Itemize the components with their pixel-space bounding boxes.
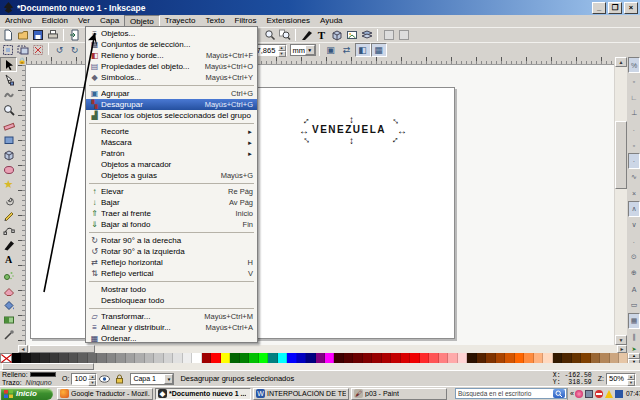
tool-rectangle[interactable] [0, 132, 17, 147]
snap-enable-button[interactable]: % [628, 57, 640, 73]
snap-smooth-nodes-button[interactable]: ∨ [628, 217, 640, 233]
palette-swatch[interactable] [154, 353, 163, 363]
menu-item-relleno-y-borde[interactable]: ◧Relleno y borde...Mayús+Ctrl+F [86, 50, 257, 61]
menu-item-objetos-a-gu-as[interactable]: Objetos a guíasMayús+G [86, 170, 257, 181]
select-all-button[interactable] [0, 43, 15, 57]
snap-bbox-midpoints-button[interactable]: ∙ [628, 121, 640, 137]
palette-swatch[interactable] [240, 353, 249, 363]
restore-button[interactable]: ❐ [608, 2, 622, 14]
palette-swatch[interactable] [534, 353, 543, 363]
menu-item-reflejo-horizontal[interactable]: ⇄Reflejo horizontalH [86, 257, 257, 268]
zoom-selection-button[interactable] [262, 28, 277, 42]
unit-dropdown[interactable]: mm▼ [290, 44, 316, 56]
palette-swatch[interactable] [221, 353, 230, 363]
menu-item-bajar-al-fondo[interactable]: ⇓Bajar al fondoFin [86, 219, 257, 230]
select-all-layers-button[interactable] [15, 43, 30, 57]
palette-swatch[interactable] [581, 353, 590, 363]
deselect-button[interactable] [30, 43, 45, 57]
desktop-search-box[interactable]: Búsqueda en el escritorio [455, 388, 567, 399]
tool-star[interactable]: ★ [0, 177, 17, 192]
palette-swatch[interactable] [278, 353, 287, 363]
menu-item-desbloquear-todo[interactable]: Desbloquear todo [86, 295, 257, 306]
palette-swatch[interactable] [496, 353, 505, 363]
snap-object-centers-button[interactable]: ⊙ [628, 249, 640, 265]
calligraphy-pen-button[interactable] [299, 28, 314, 42]
snap-bbox-button[interactable]: ▫ [628, 73, 640, 89]
menu-item-bajar[interactable]: ↓BajarAv Pág [86, 197, 257, 208]
height-input[interactable]: 7,865▲▼ [254, 44, 287, 56]
palette-swatch[interactable] [391, 353, 400, 363]
palette-swatch[interactable] [562, 353, 571, 363]
menu-item-conjuntos-de-selecci-n[interactable]: ▦Conjuntos de selección... [86, 39, 257, 50]
palette-swatch[interactable] [268, 353, 277, 363]
snap-cusp-nodes-button[interactable]: ∧ [628, 201, 640, 217]
tool-measure[interactable] [0, 117, 17, 132]
palette-swatch[interactable] [401, 353, 410, 363]
palette-swatch[interactable] [543, 353, 552, 363]
snap-midpoints-button[interactable]: ∙ [628, 233, 640, 249]
snap-paths-button[interactable]: ∿ [628, 169, 640, 185]
vertical-ruler[interactable] [18, 65, 26, 346]
palette-swatch[interactable] [249, 353, 258, 363]
snap-intersections-button[interactable]: × [628, 185, 640, 201]
palette-swatch[interactable] [78, 353, 87, 363]
tool-calligraphy[interactable] [0, 237, 17, 252]
menu-item-rotar-90-a-la-izquierda[interactable]: ↺Rotar 90° a la izquierda [86, 246, 257, 257]
palette-swatch[interactable] [344, 353, 353, 363]
tool-text[interactable]: A [0, 252, 17, 267]
menu-item-transformar[interactable]: ▱Transformar...Mayús+Ctrl+M [86, 311, 257, 322]
import-button[interactable] [67, 28, 82, 42]
menu-item-mostrar-todo[interactable]: Mostrar todo [86, 284, 257, 295]
palette-swatch[interactable] [59, 353, 68, 363]
palette-swatch[interactable] [505, 353, 514, 363]
menu-item-agrupar[interactable]: ▣AgruparCtrl+G [86, 88, 257, 99]
selected-text-object[interactable]: VENEZUELA [312, 124, 386, 135]
menubar-item-extensiones[interactable]: Extensiones [261, 15, 315, 27]
tool-pencil[interactable] [0, 207, 17, 222]
save-button[interactable] [30, 28, 45, 42]
fill-color-swatch[interactable] [30, 372, 56, 377]
menu-item-ordenar[interactable]: ▦Ordenar... [86, 333, 257, 344]
palette-swatch[interactable] [420, 353, 429, 363]
menubar-item-edición[interactable]: Edición [37, 15, 73, 27]
menu-item-patr-n[interactable]: Patrón► [86, 148, 257, 159]
menu-item-rotar-90-a-la-derecha[interactable]: ↻Rotar 90° a la derecha [86, 235, 257, 246]
menu-item-m-scara[interactable]: Máscara► [86, 137, 257, 148]
rotate-cw-btn-button[interactable]: ↻ [67, 43, 82, 57]
zoom-input[interactable]: 50%▲▼ [606, 373, 636, 385]
palette-swatch[interactable] [135, 353, 144, 363]
palette-swatch[interactable] [439, 353, 448, 363]
minimize-button[interactable]: _ [592, 2, 606, 14]
zoom-drawing-button[interactable] [277, 28, 292, 42]
snap-bbox-corners-button[interactable]: ⊥ [628, 105, 640, 121]
warning-tray-icon[interactable] [604, 390, 614, 398]
snap-bbox-edges-button[interactable]: ∟ [628, 89, 640, 105]
palette-swatch[interactable] [467, 353, 476, 363]
palette-swatch[interactable] [97, 353, 106, 363]
new-document-button[interactable] [0, 28, 15, 42]
snap-page-border-button[interactable]: ▭ [628, 297, 640, 313]
palette-swatch[interactable] [230, 353, 239, 363]
taskbar-button--documento-nuevo-1-[interactable]: ◆*Documento nuevo 1 ... [155, 388, 251, 400]
palette-swatch[interactable] [31, 353, 40, 363]
palette-swatch[interactable] [486, 353, 495, 363]
menubar-item-archivo[interactable]: Archivo [0, 15, 37, 27]
palette-swatch[interactable] [12, 353, 21, 363]
tool-gradient[interactable] [0, 312, 17, 327]
palette-swatch[interactable] [553, 353, 562, 363]
horizontal-scrollbar[interactable]: ◄ ► [18, 345, 627, 353]
rotate-ccw-btn-button[interactable]: ↺ [52, 43, 67, 57]
selection-handle-top[interactable]: ↕ [349, 115, 354, 125]
tool-eraser[interactable] [0, 282, 17, 297]
tool-spray[interactable] [0, 267, 17, 282]
layer-dropdown[interactable]: Capa 1▼ [130, 373, 174, 385]
tool-zoom[interactable] [0, 102, 17, 117]
palette-swatch[interactable] [334, 353, 343, 363]
snap-corner-icon[interactable]: ➤ [628, 345, 640, 353]
palette-swatch[interactable] [126, 353, 135, 363]
palette-swatch[interactable] [173, 353, 182, 363]
menu-item-traer-al-frente[interactable]: ⇑Traer al frenteInicio [86, 208, 257, 219]
palette-swatch[interactable] [448, 353, 457, 363]
snap-grid-button[interactable]: ▦ [628, 313, 640, 329]
taskbar-button-interpolaci-n-de-tex-[interactable]: WINTERPOLACIÓN DE TEX... [253, 388, 349, 400]
